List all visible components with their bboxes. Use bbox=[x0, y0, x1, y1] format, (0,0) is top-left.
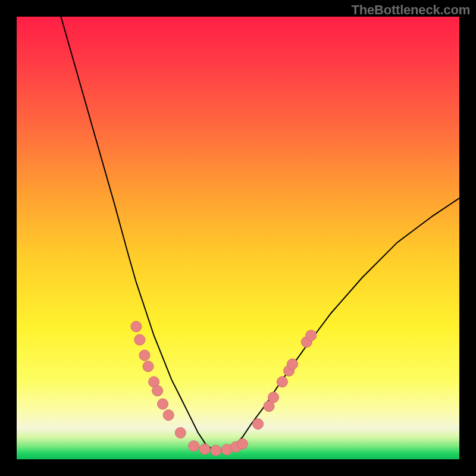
curve-marker bbox=[143, 361, 154, 372]
curve-marker bbox=[306, 330, 317, 341]
curve-marker bbox=[139, 350, 150, 361]
plot-area bbox=[17, 17, 459, 459]
curve-marker bbox=[152, 386, 163, 396]
curve-marker bbox=[158, 399, 168, 409]
curve-marker bbox=[277, 377, 287, 387]
curve-marker bbox=[199, 444, 210, 455]
curve-marker bbox=[237, 439, 248, 449]
curve-marker bbox=[163, 410, 174, 421]
markers-group bbox=[131, 321, 317, 456]
curve-marker bbox=[253, 419, 264, 430]
watermark-text: TheBottleneck.com bbox=[351, 2, 470, 18]
curve-marker bbox=[131, 321, 142, 332]
curve-marker bbox=[211, 445, 221, 456]
curve-marker bbox=[189, 441, 199, 452]
bottleneck-curve bbox=[61, 17, 459, 450]
curve-marker bbox=[287, 359, 298, 369]
curve-marker bbox=[134, 334, 145, 345]
curve-svg bbox=[17, 17, 459, 459]
chart-frame: TheBottleneck.com bbox=[0, 0, 476, 476]
curve-marker bbox=[268, 392, 279, 403]
curve-marker bbox=[175, 427, 186, 438]
